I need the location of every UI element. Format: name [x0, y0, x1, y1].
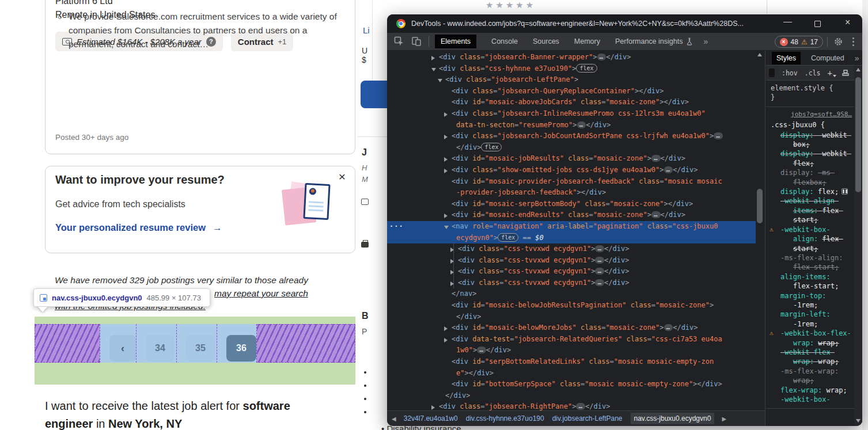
format-icon[interactable] — [842, 69, 850, 77]
dom-row[interactable]: <div class="jobsearch-InlineResumePromo … — [387, 108, 756, 131]
expand-arrow-icon[interactable] — [450, 270, 454, 275]
css-property[interactable]: display: -ms-flexbox; — [780, 168, 854, 187]
expand-arrow-icon[interactable] — [444, 169, 448, 173]
dom-row[interactable]: <div id="mosaic-endResults" class="mosai… — [387, 210, 756, 221]
pagination-page-34[interactable]: 34 — [146, 335, 175, 361]
expand-arrow-icon[interactable] — [444, 157, 448, 162]
inspect-element-icon[interactable] — [394, 36, 404, 47]
scrollbar-thumb[interactable] — [855, 77, 861, 192]
dom-row[interactable]: <div class="jobsearch-JobCountAndSortPan… — [387, 131, 756, 153]
expand-inline-icon[interactable]: … — [595, 245, 604, 252]
dom-row-selected[interactable]: ···<nav role="navigation" aria-label="pa… — [387, 221, 756, 243]
maximize-button[interactable] — [814, 21, 821, 27]
collapse-arrow-icon[interactable] — [444, 226, 449, 229]
dom-row[interactable]: </div> — [387, 390, 756, 402]
css-property[interactable]: align-items: flex-start; — [780, 272, 854, 291]
collapse-arrow-icon[interactable] — [438, 79, 442, 82]
scrollbar-thumb[interactable] — [757, 189, 763, 223]
css-property[interactable]: -webkit-align-items: flex-start; — [780, 196, 854, 224]
css-property[interactable]: -webkit-flex-wrap: wrap; — [780, 348, 854, 367]
filter-input[interactable] — [769, 69, 775, 77]
css-property[interactable]: display: -webkit-box; — [780, 131, 854, 150]
expand-inline-icon[interactable]: … — [595, 268, 604, 275]
breadcrumb-item[interactable]: div.css-hyhnne.e37uo190 — [466, 414, 544, 423]
dom-row[interactable]: <div id="mosaic-jobResults" class="mosai… — [387, 153, 756, 165]
expand-arrow-icon[interactable] — [444, 214, 448, 218]
close-window-button[interactable]: × — [845, 17, 850, 28]
devtools-titlebar[interactable]: DevTools - www.indeed.com/jobs?q=softwar… — [387, 14, 862, 33]
css-property[interactable]: margin-left: -1rem; — [780, 310, 854, 329]
dom-row[interactable]: <div class="jobsearch-QueryReplaceContai… — [387, 86, 756, 97]
repeat-search-link[interactable]: may repeat your search — [214, 288, 308, 299]
scroll-down-icon[interactable] — [856, 419, 861, 423]
dom-row[interactable]: <div id="bottomSerpSpace" class="mosaic … — [387, 379, 756, 390]
css-property[interactable]: -webkit-box- — [780, 395, 854, 404]
expand-arrow-icon[interactable] — [450, 248, 454, 252]
breadcrumb-next-icon[interactable]: ▶ — [722, 416, 726, 422]
close-icon[interactable]: × — [339, 170, 346, 184]
tab-styles[interactable]: Styles — [772, 52, 801, 64]
element-style-section[interactable]: element.style { } — [766, 81, 854, 107]
dom-row[interactable]: <div class="show-omitted-jobs css-ds1jye… — [387, 165, 756, 176]
toggle-class-button[interactable]: .cls — [805, 69, 821, 77]
dom-row[interactable]: <div class="css-tvvxwd ecydgvn1">…</div> — [387, 255, 756, 267]
expand-arrow-icon[interactable] — [450, 281, 454, 286]
scroll-up-icon[interactable] — [757, 53, 762, 56]
job-card[interactable]: Platform 6 Ltd Remote in United States E… — [45, 0, 355, 154]
expand-inline-icon[interactable]: … — [651, 211, 661, 218]
css-property[interactable]: -ms-flex-wrap: wrap; — [780, 367, 854, 386]
apply-button-fragment[interactable] — [361, 81, 387, 108]
flex-editor-icon[interactable] — [842, 188, 848, 195]
dom-row[interactable]: <div id="mosaic-aboveJobCards" class="mo… — [387, 97, 756, 108]
dom-row[interactable]: <div class="css-tvvxwd ecydgvn1">…</div> — [387, 243, 756, 255]
breadcrumb-item[interactable]: 32v4l7.eu4oa1w0 — [404, 414, 458, 423]
breadcrumb-item[interactable]: div.jobsearch-LeftPane — [552, 414, 623, 423]
devtools-tab-sources[interactable]: Sources — [533, 37, 559, 45]
expand-arrow-icon[interactable] — [431, 56, 435, 60]
more-tabs-icon[interactable]: » — [855, 54, 859, 63]
dom-row[interactable]: </nav> — [387, 288, 756, 300]
minimize-button[interactable]: — — [783, 16, 792, 26]
expand-arrow-icon[interactable] — [444, 112, 448, 117]
devtools-tab-elements[interactable]: Elements — [435, 35, 476, 48]
flex-badge[interactable]: flex — [576, 64, 597, 73]
flex-badge[interactable]: flex — [498, 233, 518, 242]
pagination-page-35[interactable]: 35 — [186, 335, 215, 361]
css-property[interactable]: margin-top: -1rem; — [780, 291, 854, 310]
kebab-menu-icon[interactable] — [852, 37, 854, 48]
breadcrumb-prev-icon[interactable]: ◀ — [392, 416, 396, 422]
breadcrumb-item[interactable]: nav.css-jbuxu0.ecydgvn0 — [631, 413, 715, 424]
expand-arrow-icon[interactable] — [450, 259, 454, 264]
gear-icon[interactable] — [834, 37, 843, 46]
expand-inline-icon[interactable]: … — [664, 324, 673, 331]
css-property[interactable]: display: -webkit-flex; — [780, 149, 854, 168]
css-property[interactable]: -ms-flex-align: flex-start; — [780, 253, 854, 272]
new-style-rule-button[interactable]: + — [827, 69, 832, 78]
dom-row[interactable]: <div class="css-tvvxwd ecydgvn1">…</div> — [387, 277, 756, 289]
css-property[interactable]: ⚠-webkit-box-align: flex-start; — [780, 225, 854, 253]
dom-row[interactable]: <div id="mosaic-belowMoreJobs" class="mo… — [387, 322, 756, 334]
expand-inline-icon[interactable]: … — [577, 121, 586, 128]
dom-row[interactable]: <div class="jobsearch-Banner-wrapper">…<… — [387, 52, 756, 63]
collapse-arrow-icon[interactable] — [431, 68, 436, 71]
expand-inline-icon[interactable]: … — [576, 403, 585, 410]
css-property[interactable]: flex-wrap: wrap; — [780, 386, 854, 395]
flex-badge[interactable]: flex — [481, 143, 502, 151]
devtools-tab-performance-insights[interactable]: Performance insights — [615, 37, 693, 45]
dom-row[interactable]: <div id="mosaic-provider-jobsearch-feedb… — [387, 176, 756, 199]
dom-row[interactable]: <div id="mosaic-belowJobResultsPaginatio… — [387, 300, 756, 322]
resume-review-link[interactable]: Your personalized resume review → — [55, 222, 222, 233]
expand-inline-icon[interactable]: … — [595, 279, 604, 286]
expand-arrow-icon[interactable] — [444, 338, 448, 343]
expand-inline-icon[interactable]: … — [651, 155, 661, 162]
elements-scrollbar[interactable] — [756, 51, 764, 410]
dom-row[interactable]: <div class="jobsearch-LeftPane"> — [387, 74, 756, 86]
dom-row[interactable]: <div id="mosaic-serpBottomBody" class="m… — [387, 199, 756, 210]
dom-row[interactable]: <div class="jobsearch-RightPane">…</div> — [387, 401, 756, 410]
panel-divider[interactable] — [765, 51, 765, 426]
expand-arrow-icon[interactable] — [444, 135, 448, 139]
issues-badge[interactable]: × 48 ⚠ 17 — [775, 36, 823, 48]
expand-arrow-icon[interactable] — [431, 405, 435, 410]
css-rule-section[interactable]: jobs?q=soft…9S8… .css-jbuxu0 { display: … — [766, 107, 854, 409]
pagination-prev-button[interactable]: ‹ — [109, 335, 136, 361]
